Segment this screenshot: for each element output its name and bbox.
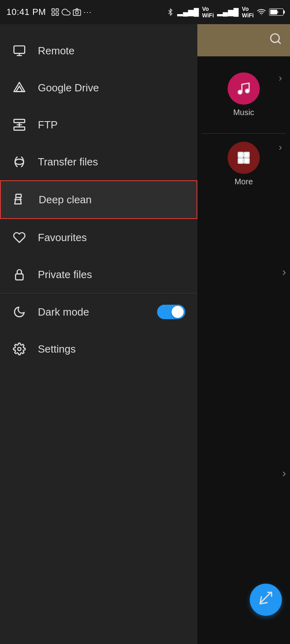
private-files-label: Private files (38, 268, 185, 281)
grid-icon (51, 8, 60, 17)
chevron-right-mid: › (282, 266, 286, 279)
favourites-label: Favourites (38, 231, 185, 244)
ftp-label: FTP (38, 119, 185, 131)
sidebar-item-deep-clean[interactable]: Deep clean (0, 180, 197, 219)
right-content: Music › More › › (197, 56, 290, 202)
cloud-icon (62, 8, 70, 17)
right-panel-header (197, 24, 290, 56)
settings-icon (12, 342, 27, 356)
status-time: 10:41 PM (6, 7, 46, 17)
lock-icon (12, 267, 27, 282)
chevron-right-icon-music: › (279, 72, 282, 84)
svg-rect-27 (244, 159, 249, 163)
fab-button[interactable] (250, 584, 282, 616)
battery-percent: 49 (274, 10, 278, 14)
camera-icon (72, 8, 81, 17)
svg-rect-3 (56, 13, 58, 15)
dark-mode-label: Dark mode (38, 306, 157, 318)
sidebar-item-dark-mode[interactable]: Dark mode (0, 293, 197, 330)
bluetooth-icon (167, 8, 174, 17)
status-left: 10:41 PM ··· (6, 7, 92, 17)
vo-wifi-label: VoWiFi (202, 6, 214, 19)
main-container: Remote Google Drive (0, 24, 290, 644)
svg-rect-26 (238, 159, 243, 163)
settings-label: Settings (38, 343, 185, 355)
wifi-icon (257, 8, 266, 17)
battery-indicator: 49 (269, 8, 284, 16)
svg-rect-2 (52, 13, 54, 15)
dark-mode-toggle[interactable] (157, 305, 185, 319)
moon-icon (12, 305, 27, 319)
remote-label: Remote (38, 45, 185, 57)
sidebar-item-remote[interactable]: Remote (0, 32, 197, 69)
svg-rect-7 (14, 46, 25, 54)
more-dots: ··· (83, 8, 92, 17)
svg-rect-18 (16, 274, 23, 280)
svg-point-15 (15, 159, 23, 164)
svg-rect-0 (52, 9, 54, 11)
more-label: More (234, 177, 253, 186)
svg-point-22 (238, 91, 242, 94)
sidebar-item-settings[interactable]: Settings (0, 330, 197, 367)
music-label: Music (233, 108, 254, 117)
music-item[interactable]: Music › (201, 64, 286, 125)
status-icons-right: ▂▄▆█ VoWiFi ▂▄▆█ VoWiFi 49 (167, 6, 284, 19)
status-bar: 10:41 PM ··· (0, 0, 290, 24)
svg-point-5 (76, 11, 79, 14)
sidebar-item-transfer-files[interactable]: Transfer files (0, 143, 197, 180)
svg-rect-16 (16, 194, 21, 198)
drawer: Remote Google Drive (0, 24, 197, 644)
sidebar-item-google-drive[interactable]: Google Drive (0, 69, 197, 106)
search-icon[interactable] (269, 32, 282, 48)
right-panel: Music › More › › (197, 24, 290, 644)
monitor-icon (12, 43, 27, 58)
svg-point-23 (246, 89, 249, 93)
deep-clean-label: Deep clean (39, 194, 184, 206)
clean-icon (13, 192, 27, 207)
dark-mode-toggle-container (157, 305, 185, 319)
svg-rect-25 (244, 153, 249, 157)
fab-icon (258, 590, 273, 609)
sidebar-item-favourites[interactable]: Favourites (0, 219, 197, 256)
ftp-icon (12, 118, 27, 132)
signal-bars: ▂▄▆█ (177, 8, 199, 17)
svg-rect-24 (238, 153, 243, 157)
google-drive-label: Google Drive (38, 82, 185, 94)
transfer-icon (12, 155, 27, 169)
sidebar-item-ftp[interactable]: FTP (0, 106, 197, 143)
svg-rect-1 (56, 9, 58, 11)
vo-wifi-label-2: VoWiFi (242, 6, 254, 19)
drive-icon (12, 80, 27, 95)
chevron-right-icon-more: › (279, 142, 282, 153)
signal-bars-2: ▂▄▆█ (217, 8, 239, 17)
more-icon-circle (228, 142, 260, 174)
toggle-knob (172, 306, 184, 318)
more-item[interactable]: More › (201, 133, 286, 194)
chevron-right-lower: › (282, 467, 286, 480)
svg-line-21 (278, 41, 280, 43)
notification-icons: ··· (51, 8, 92, 17)
heart-icon (12, 230, 27, 245)
sidebar-item-private-files[interactable]: Private files (0, 256, 197, 293)
transfer-files-label: Transfer files (38, 156, 185, 168)
music-icon-circle (228, 72, 260, 105)
svg-point-6 (261, 14, 262, 15)
svg-point-19 (18, 347, 21, 351)
